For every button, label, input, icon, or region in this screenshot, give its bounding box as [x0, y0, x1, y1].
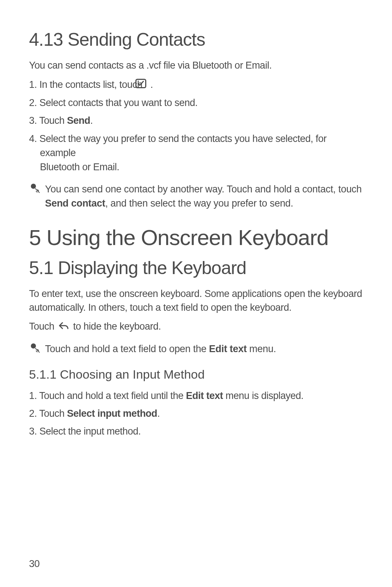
- step-5-1-1-2-b: Select input method: [67, 408, 158, 419]
- intro-5-1: To enter text, use the onscreen keyboard…: [29, 287, 363, 315]
- step-4-13-1: 1. In the contacts list, touch .: [29, 78, 363, 92]
- step-4-13-4: 4. Select the way you prefer to send the…: [29, 132, 363, 174]
- tip-4-13-c: , and then select the way you prefer to …: [105, 198, 293, 209]
- hide-kbd: Touch to hide the keyboard.: [29, 320, 363, 334]
- tip-5-1-c: menu.: [247, 343, 276, 354]
- back-icon: [58, 320, 69, 334]
- step-5-1-1-1: 1. Touch and hold a text field until the…: [29, 389, 363, 403]
- tip-5-1-text: Touch and hold a text field to open the …: [45, 342, 276, 356]
- step-4-13-3: 3. Touch Send.: [29, 114, 363, 128]
- tip-4-13-text: You can send one contact by another way.…: [45, 182, 363, 211]
- step-4-13-3-b: Send: [67, 115, 90, 126]
- tip-4-13: You can send one contact by another way.…: [29, 182, 363, 211]
- step-5-1-1-3: 3. Select the input method.: [29, 424, 363, 439]
- hide-kbd-a: Touch: [29, 321, 57, 332]
- step-4-13-1-text-b: .: [150, 79, 153, 90]
- tip-4-13-a: You can send one contact by another way.…: [45, 184, 362, 195]
- step-4-13-4-a: 4. Select the way you prefer to send the…: [29, 133, 327, 158]
- step-5-1-1-1-c: menu is displayed.: [223, 390, 303, 401]
- heading-4-13: 4.13 Sending Contacts: [29, 29, 363, 50]
- tip-5-1-a: Touch and hold a text field to open the: [45, 343, 209, 354]
- step-5-1-1-2: 2. Touch Select input method.: [29, 407, 363, 421]
- hide-kbd-b: to hide the keyboard.: [73, 321, 161, 332]
- svg-point-1: [31, 184, 36, 189]
- tip-5-1: Touch and hold a text field to open the …: [29, 342, 363, 356]
- step-4-13-1-text-a: 1. In the contacts list, touch: [29, 79, 145, 90]
- step-4-13-3-c: .: [90, 115, 93, 126]
- heading-5-1: 5.1 Displaying the Keyboard: [29, 257, 363, 278]
- step-5-1-1-1-b: Edit text: [186, 390, 223, 401]
- svg-point-2: [31, 343, 36, 348]
- page-number: 30: [29, 558, 40, 570]
- heading-5: 5 Using the Onscreen Keyboard: [29, 225, 363, 250]
- heading-5-1-1: 5.1.1 Choosing an Input Method: [29, 367, 363, 382]
- step-5-1-1-1-a: 1. Touch and hold a text field until the: [29, 390, 186, 401]
- tip-4-13-b: Send contact: [45, 198, 105, 209]
- step-5-1-1-2-a: 2. Touch: [29, 408, 67, 419]
- step-5-1-1-2-c: .: [157, 408, 160, 419]
- step-4-13-3-a: 3. Touch: [29, 115, 67, 126]
- tip-icon: [29, 183, 41, 197]
- intro-4-13: You can send contacts as a .vcf file via…: [29, 59, 363, 73]
- tip-5-1-b: Edit text: [209, 343, 247, 354]
- step-4-13-2: 2. Select contacts that you want to send…: [29, 96, 363, 110]
- tip-icon: [29, 343, 41, 356]
- step-4-13-4-b: Bluetooth or Email.: [40, 160, 363, 174]
